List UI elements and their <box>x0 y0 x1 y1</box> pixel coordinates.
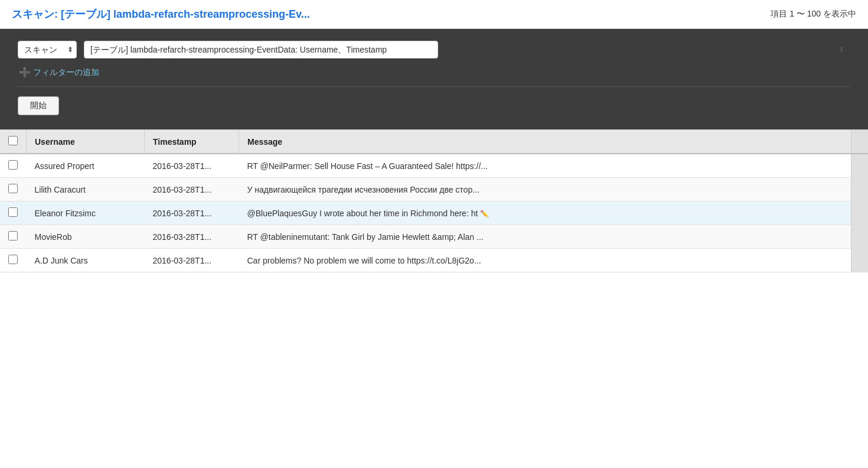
row-username[interactable]: A.D Junk Cars <box>27 249 145 272</box>
table-row: A.D Junk Cars2016-03-28T1...Car problems… <box>0 249 868 272</box>
row-checkbox-cell <box>0 178 27 202</box>
plus-icon: ➕ <box>19 67 31 78</box>
scan-select[interactable]: スキャン <box>18 41 77 58</box>
row-username[interactable]: MovieRob <box>27 225 145 249</box>
data-table: Username Timestamp Message Assured Prope… <box>0 129 868 272</box>
row-checkbox-cell <box>0 202 27 225</box>
row-message: Car problems? No problem we will come to… <box>239 249 851 272</box>
scan-select-wrapper[interactable]: スキャン <box>18 41 77 58</box>
th-username: Username <box>27 130 145 154</box>
row-username[interactable]: Assured Propert <box>27 154 145 178</box>
row-checkbox-cell <box>0 154 27 178</box>
top-header: スキャン: [テーブル] lambda-refarch-streamproces… <box>0 0 868 29</box>
row-checkbox[interactable] <box>8 255 18 264</box>
edit-icon[interactable]: ✏️ <box>478 210 488 218</box>
row-checkbox[interactable] <box>8 160 18 170</box>
table-row: Assured Propert2016-03-28T1...RT @NeilPa… <box>0 154 868 178</box>
row-username[interactable]: Lilith Caracurt <box>27 178 145 202</box>
th-scroll <box>851 130 869 154</box>
table-row: Eleanor Fitzsimc2016-03-28T1...@BluePlaq… <box>0 202 868 225</box>
row-username[interactable]: Eleanor Fitzsimc <box>27 202 145 225</box>
row-checkbox-cell <box>0 225 27 249</box>
page-title: スキャン: [テーブル] lambda-refarch-streamproces… <box>12 7 310 21</box>
row-timestamp: 2016-03-28T1... <box>145 154 239 178</box>
row-scroll-col <box>851 225 869 249</box>
row-checkbox[interactable] <box>8 184 18 193</box>
scan-row: スキャン [テーブル] lambda-refarch-streamprocess… <box>18 41 850 58</box>
add-filter-link[interactable]: ➕ フィルターの追加 <box>18 67 850 78</box>
row-scroll-col <box>851 154 869 178</box>
table-row: MovieRob2016-03-28T1...RT @tableninemuta… <box>0 225 868 249</box>
row-checkbox-cell <box>0 249 27 272</box>
row-scroll-col <box>851 202 869 225</box>
row-timestamp: 2016-03-28T1... <box>145 178 239 202</box>
row-checkbox[interactable] <box>8 231 18 240</box>
row-scroll-col <box>851 178 869 202</box>
row-scroll-col <box>851 249 869 272</box>
select-all-checkbox[interactable] <box>8 136 18 145</box>
row-timestamp: 2016-03-28T1... <box>145 249 239 272</box>
row-message: У надвигающейся трагедии исчезновения Ро… <box>239 178 851 202</box>
row-message: @BluePlaquesGuy I wrote about her time i… <box>239 202 851 225</box>
divider <box>18 86 850 87</box>
row-message: RT @tableninemutant: Tank Girl by Jamie … <box>239 225 851 249</box>
start-button[interactable]: 開始 <box>18 96 59 115</box>
table-header-row: Username Timestamp Message <box>0 130 868 154</box>
row-timestamp: 2016-03-28T1... <box>145 225 239 249</box>
th-timestamp: Timestamp <box>145 130 239 154</box>
table-select[interactable]: [テーブル] lambda-refarch-streamprocessing-E… <box>84 41 438 58</box>
row-timestamp: 2016-03-28T1... <box>145 202 239 225</box>
row-message: RT @NeilParmer: Sell House Fast – A Guar… <box>239 154 851 178</box>
table-row: Lilith Caracurt2016-03-28T1...У надвигаю… <box>0 178 868 202</box>
add-filter-label: フィルターの追加 <box>33 67 99 78</box>
th-checkbox <box>0 130 27 154</box>
row-checkbox[interactable] <box>8 207 18 217</box>
th-message: Message <box>239 130 851 154</box>
item-count: 項目 1 〜 100 を表示中 <box>771 9 856 20</box>
control-panel: スキャン [テーブル] lambda-refarch-streamprocess… <box>0 29 868 129</box>
table-select-wrapper[interactable]: [テーブル] lambda-refarch-streamprocessing-E… <box>84 41 850 58</box>
